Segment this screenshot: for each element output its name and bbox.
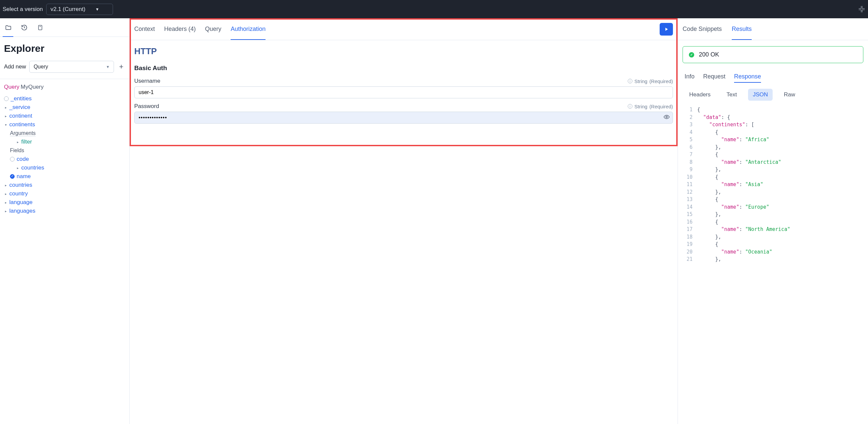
format-tabs: Headers Text JSON Raw xyxy=(683,89,863,101)
tree-continents[interactable]: ▾continents xyxy=(4,120,125,129)
left-icon-bar xyxy=(0,18,129,37)
history-icon[interactable] xyxy=(21,24,28,31)
version-label: Select a version xyxy=(3,6,43,12)
add-new-value: Query xyxy=(34,64,48,70)
tab-headers[interactable]: Headers (4) xyxy=(164,19,196,39)
code-line: 3 "continents": [ xyxy=(683,121,863,129)
subtab-response[interactable]: Response xyxy=(734,71,761,83)
auth-subtitle: Basic Auth xyxy=(134,64,673,72)
tab-results[interactable]: Results xyxy=(732,19,752,40)
tree-countries[interactable]: ▸countries xyxy=(4,181,125,189)
code-line: 11 "name": "Asia" xyxy=(683,181,863,188)
code-line: 16 { xyxy=(683,218,863,226)
username-input[interactable] xyxy=(134,86,673,98)
status-text: 200 OK xyxy=(699,51,719,58)
right-tabs: Code Snippets Results xyxy=(678,18,868,40)
tree-field-name[interactable]: name xyxy=(4,172,125,181)
code-line: 8 "name": "Antarctica" xyxy=(683,158,863,166)
status-box: 200 OK xyxy=(683,46,863,63)
chevron-down-icon: ▼ xyxy=(95,7,99,12)
tree-languages[interactable]: ▸languages xyxy=(4,207,125,215)
middle-panel: Context Headers (4) Query Authorization … xyxy=(130,18,678,424)
add-button[interactable]: + xyxy=(117,62,125,71)
code-line: 20 "name": "Oceania" xyxy=(683,248,863,256)
eye-icon[interactable] xyxy=(663,114,670,121)
code-line: 13 { xyxy=(683,196,863,203)
subtab-request[interactable]: Request xyxy=(703,71,725,83)
code-line: 18 }, xyxy=(683,233,863,241)
format-raw[interactable]: Raw xyxy=(779,89,800,101)
tree-service[interactable]: ▸_service xyxy=(4,103,125,112)
top-bar: Select a version v2.1 (Current) ▼ xyxy=(0,0,868,18)
tab-authorization[interactable]: Authorization xyxy=(230,19,266,40)
svg-point-2 xyxy=(666,116,668,118)
format-json[interactable]: JSON xyxy=(748,89,772,101)
tab-context[interactable]: Context xyxy=(134,19,155,39)
tab-query[interactable]: Query xyxy=(205,19,221,39)
version-value: v2.1 (Current) xyxy=(51,6,85,12)
username-label: Username xyxy=(134,78,160,84)
code-line: 1{ xyxy=(683,106,863,114)
json-response: 1{2 "data": {3 "continents": [4 {5 "name… xyxy=(683,106,863,263)
http-title: HTTP xyxy=(134,46,673,57)
file-icon[interactable] xyxy=(36,24,44,31)
tree-language[interactable]: ▸language xyxy=(4,198,125,207)
info-icon: i xyxy=(628,79,632,83)
collapse-icon[interactable] xyxy=(859,6,865,12)
version-select[interactable]: v2.1 (Current) ▼ xyxy=(46,4,113,15)
code-line: 2 "data": { xyxy=(683,114,863,121)
add-new-label: Add new xyxy=(4,63,26,70)
code-line: 19 { xyxy=(683,241,863,248)
code-line: 10 { xyxy=(683,174,863,181)
arguments-label: Arguments xyxy=(4,129,125,138)
code-line: 15 }, xyxy=(683,211,863,218)
password-input[interactable] xyxy=(134,112,673,124)
run-button[interactable] xyxy=(660,23,673,35)
username-hint: i String (Required) xyxy=(628,79,673,84)
left-panel: Explorer Add new Query ▼ + QueryMyQuery … xyxy=(0,18,130,424)
tree-field-countries[interactable]: ▸countries xyxy=(4,163,125,172)
tree-filter[interactable]: ▸filter xyxy=(4,138,125,146)
tree-entities[interactable]: _entities xyxy=(4,94,125,103)
code-line: 4 { xyxy=(683,129,863,136)
password-hint: i String (Required) xyxy=(628,104,673,109)
password-label: Password xyxy=(134,103,159,110)
add-new-select[interactable]: Query ▼ xyxy=(29,61,114,73)
success-icon xyxy=(689,52,694,58)
format-text[interactable]: Text xyxy=(722,89,741,101)
code-line: 12 }, xyxy=(683,188,863,196)
tree-continent[interactable]: ▸continent xyxy=(4,112,125,120)
tree-country[interactable]: ▸country xyxy=(4,189,125,198)
code-line: 5 "name": "Africa" xyxy=(683,136,863,144)
query-heading: QueryMyQuery xyxy=(4,84,125,90)
svg-rect-0 xyxy=(38,25,42,30)
info-icon: i xyxy=(628,104,632,109)
code-line: 9 }, xyxy=(683,166,863,174)
code-line: 7 { xyxy=(683,151,863,158)
code-line: 17 "name": "North America" xyxy=(683,225,863,233)
middle-tabs: Context Headers (4) Query Authorization xyxy=(130,18,678,40)
code-line: 21 }, xyxy=(683,255,863,263)
code-line: 14 "name": "Europe" xyxy=(683,203,863,211)
code-line: 6 }, xyxy=(683,144,863,151)
subtab-info[interactable]: Info xyxy=(685,71,694,83)
folder-icon[interactable] xyxy=(5,24,12,31)
explorer-title: Explorer xyxy=(4,43,125,54)
fields-label: Fields xyxy=(4,146,125,155)
result-subtabs: Info Request Response xyxy=(683,71,863,83)
format-headers[interactable]: Headers xyxy=(685,89,715,101)
chevron-down-icon: ▼ xyxy=(106,65,110,69)
tab-snippets[interactable]: Code Snippets xyxy=(683,19,722,39)
tree-field-code[interactable]: code xyxy=(4,155,125,163)
right-panel: Code Snippets Results 200 OK Info Reques… xyxy=(678,18,868,424)
